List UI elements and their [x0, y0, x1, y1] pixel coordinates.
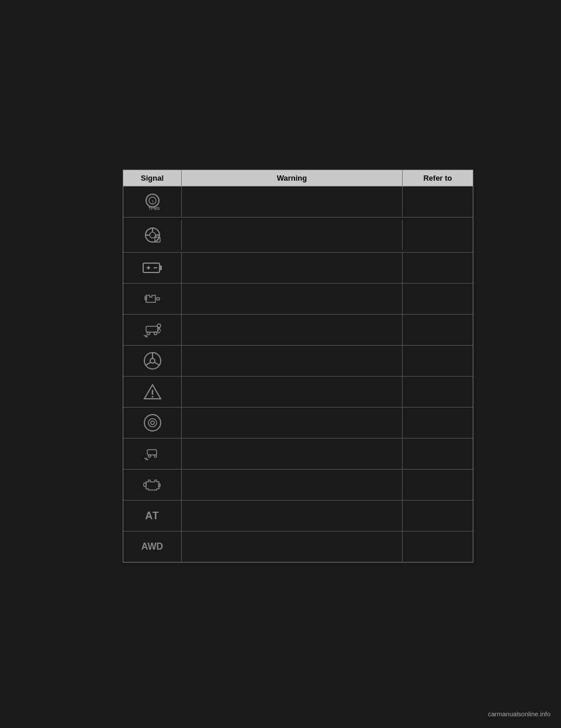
table-row [123, 284, 473, 315]
signal-cell-steering-lock [123, 220, 182, 250]
table-row [123, 470, 473, 501]
refer-cell-battery [403, 253, 473, 283]
watermark: carmanualsonline.info [488, 710, 550, 717]
refer-cell-engine [403, 470, 473, 500]
refer-cell-oil [403, 408, 473, 438]
svg-rect-34 [147, 450, 157, 455]
svg-rect-17 [157, 298, 160, 300]
awd-icon: AWD [142, 536, 163, 557]
table-row [123, 253, 473, 284]
svg-point-25 [150, 358, 155, 363]
warning-cell-engine [182, 470, 403, 500]
tire-pressure-icon: ! TPMS [142, 191, 163, 212]
svg-point-5 [150, 232, 155, 238]
svg-point-10 [157, 239, 158, 240]
signal-cell-seatbelt [123, 284, 182, 314]
warning-cell-at [182, 501, 403, 531]
svg-point-19 [147, 332, 150, 335]
signal-cell-slip [123, 315, 182, 345]
refer-cell-warning-triangle [403, 377, 473, 407]
table-row [123, 408, 473, 439]
signal-cell-engine [123, 470, 182, 500]
signal-cell-steering [123, 346, 182, 376]
warning-cell-slip [182, 315, 403, 345]
signal-cell-awd: AWD [123, 532, 182, 562]
signal-cell-tpms: ! TPMS [123, 187, 182, 217]
header-signal: Signal [123, 170, 182, 186]
table-row: ! TPMS [123, 187, 473, 218]
abs-icon [142, 443, 163, 464]
warning-cell-awd [182, 532, 403, 562]
svg-point-32 [148, 419, 157, 427]
svg-point-30 [151, 396, 153, 398]
refer-cell-steering-lock [403, 220, 473, 250]
svg-point-36 [154, 455, 157, 457]
signal-cell-battery [123, 253, 182, 283]
table-row [123, 439, 473, 470]
battery-icon [142, 257, 163, 278]
svg-point-20 [154, 332, 157, 335]
steering-lock-icon [142, 225, 163, 246]
svg-point-31 [144, 415, 161, 431]
at-text: AT [145, 510, 160, 522]
signal-cell-abs [123, 439, 182, 469]
table-row [123, 218, 473, 253]
refer-cell-slip [403, 315, 473, 345]
svg-rect-39 [144, 483, 146, 487]
table-row [123, 315, 473, 346]
warning-cell-steering [182, 346, 403, 376]
svg-point-33 [151, 421, 154, 425]
warning-cell-oil [182, 408, 403, 438]
refer-cell-steering [403, 346, 473, 376]
warning-cell-battery [182, 253, 403, 283]
warning-cell-abs [182, 439, 403, 469]
svg-line-27 [146, 363, 151, 366]
refer-cell-at [403, 501, 473, 531]
warning-cell-seatbelt [182, 284, 403, 314]
awd-text: AWD [141, 541, 163, 552]
svg-text:!: ! [151, 199, 153, 204]
header-refer-to: Refer to [403, 170, 473, 186]
table-row [123, 377, 473, 408]
engine-icon [142, 474, 163, 495]
table-row: AT [123, 501, 473, 532]
table-row: AWD [123, 532, 473, 562]
warning-cell-steering-lock [182, 220, 403, 250]
slip-icon [142, 319, 163, 340]
signal-cell-at: AT [123, 501, 182, 531]
content-area: Signal Warning Refer to ! TPMS [123, 170, 473, 563]
refer-cell-abs [403, 439, 473, 469]
page: Signal Warning Refer to ! TPMS [0, 0, 561, 728]
signal-cell-warning-triangle [123, 377, 182, 407]
refer-cell-tpms [403, 187, 473, 217]
refer-cell-awd [403, 532, 473, 562]
table-row [123, 346, 473, 377]
header-warning: Warning [182, 170, 403, 186]
svg-text:TPMS: TPMS [148, 206, 160, 211]
svg-point-35 [148, 455, 151, 457]
warning-cell-tpms [182, 187, 403, 217]
warning-cell-warning-triangle [182, 377, 403, 407]
at-icon: AT [142, 505, 163, 526]
svg-rect-12 [160, 265, 162, 270]
signal-cell-oil [123, 408, 182, 438]
oil-pressure-icon [142, 412, 163, 433]
warning-triangle-icon [142, 381, 163, 402]
table-header: Signal Warning Refer to [123, 170, 473, 187]
svg-line-28 [154, 363, 160, 366]
table-body: ! TPMS [123, 187, 473, 563]
refer-cell-seatbelt [403, 284, 473, 314]
steering-icon [142, 350, 163, 371]
svg-rect-18 [146, 326, 158, 332]
seatbelt-icon [142, 288, 163, 309]
